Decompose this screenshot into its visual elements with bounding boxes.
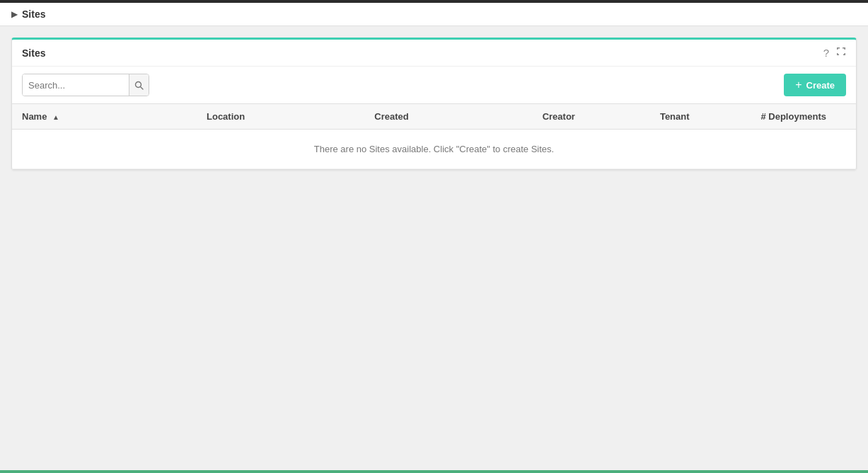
- col-header-deployments: # Deployments: [751, 104, 835, 130]
- sites-card: Sites ?: [11, 38, 857, 170]
- col-header-tenant: Tenant: [650, 104, 751, 130]
- card-toolbar: + Create: [12, 67, 856, 103]
- col-header-actions: [836, 104, 856, 130]
- search-box: [22, 74, 149, 96]
- col-header-creator: Creator: [533, 104, 650, 130]
- card-header-icons: ?: [823, 47, 846, 59]
- search-input[interactable]: [23, 74, 129, 96]
- create-button[interactable]: + Create: [784, 74, 846, 96]
- breadcrumb-bar: ▶ Sites: [0, 3, 868, 26]
- svg-line-1: [141, 86, 143, 89]
- fullscreen-icon[interactable]: [836, 47, 846, 59]
- table-container: Name ▲ Location Created Creator Tenant #…: [12, 103, 856, 169]
- card-header: Sites ?: [12, 40, 856, 67]
- col-header-location: Location: [197, 104, 364, 130]
- breadcrumb-title: Sites: [22, 8, 45, 20]
- table-body: There are no Sites available. Click "Cre…: [12, 130, 856, 169]
- search-button[interactable]: [129, 74, 149, 96]
- card-title: Sites: [22, 47, 45, 59]
- table-header: Name ▲ Location Created Creator Tenant #…: [12, 104, 856, 130]
- plus-icon: +: [795, 79, 802, 91]
- sort-arrow-name: ▲: [52, 113, 59, 121]
- page-container: ▶ Sites Sites ?: [0, 3, 868, 470]
- bottom-bar: [0, 470, 868, 473]
- breadcrumb-arrow: ▶: [11, 9, 18, 19]
- search-icon: [134, 81, 144, 90]
- col-header-name[interactable]: Name ▲: [12, 104, 197, 130]
- empty-row: There are no Sites available. Click "Cre…: [12, 130, 856, 169]
- empty-message: There are no Sites available. Click "Cre…: [12, 130, 856, 169]
- col-header-created: Created: [364, 104, 532, 130]
- main-content: Sites ?: [0, 26, 868, 470]
- help-icon[interactable]: ?: [823, 47, 829, 59]
- sites-table: Name ▲ Location Created Creator Tenant #…: [12, 104, 856, 169]
- table-header-row: Name ▲ Location Created Creator Tenant #…: [12, 104, 856, 130]
- create-label: Create: [806, 80, 835, 91]
